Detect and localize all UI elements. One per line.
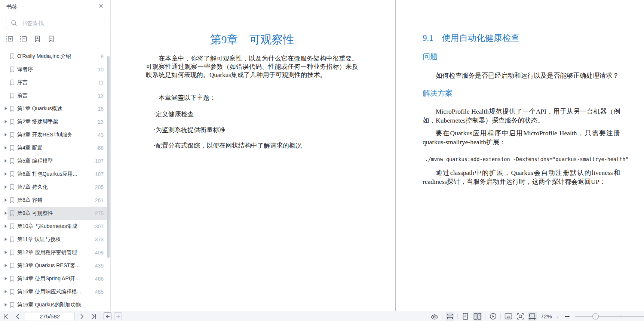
panel-title: 书签 — [6, 3, 18, 10]
solution-paragraph: 要在Quarkus应用程序中启用MicroProfile Health，只需要注… — [423, 129, 620, 146]
last-page-button[interactable] — [89, 312, 98, 321]
collapse-all-icon[interactable] — [19, 34, 28, 43]
bookmark-icon — [10, 80, 17, 86]
actual-size-button[interactable]: 1:1 — [504, 312, 513, 321]
bookmark-label: O'Reilly Media,Inc.介绍 — [17, 53, 86, 60]
bookmark-search-box[interactable] — [6, 17, 104, 29]
first-page-button[interactable] — [1, 312, 10, 321]
topic-item: ·配置分布式跟踪，以便在网状结构中了解请求的概况 — [146, 141, 358, 150]
page-number-input[interactable] — [25, 312, 75, 321]
history-forward-button[interactable] — [114, 312, 122, 320]
chevron-right-icon[interactable] — [4, 146, 10, 149]
add-bookmark-icon[interactable] — [33, 34, 42, 43]
bookmark-icon — [10, 67, 17, 72]
continuous-scroll-button[interactable] — [446, 312, 454, 321]
bookmarks-panel-header: 书签 ✕ — [0, 0, 110, 14]
history-back-button[interactable] — [104, 312, 111, 320]
bookmark-icon — [10, 276, 17, 282]
chevron-right-icon[interactable] — [4, 225, 10, 228]
fit-page-button[interactable] — [516, 312, 525, 321]
chevron-right-icon[interactable] — [4, 303, 10, 306]
bookmark-item[interactable]: 第11章 认证与授权373 — [0, 233, 111, 246]
zoom-slider[interactable] — [575, 312, 644, 321]
toolbar-separator — [457, 314, 458, 320]
bookmark-item[interactable]: 第6章 打包Quarkus应用...187 — [0, 167, 111, 180]
bookmark-item[interactable]: 第5章 编程模型107 — [0, 154, 111, 167]
bookmark-icon — [10, 302, 17, 308]
bookmark-item[interactable]: 第1章 Quarkus概述18 — [0, 102, 111, 115]
zoom-level-value[interactable]: 72% — [541, 313, 552, 320]
page-left: 第9章 可观察性 在本章中，你将了解可观察性，以及为什么它在微服务架构中很重要。… — [111, 0, 395, 311]
svg-text:1:1: 1:1 — [506, 315, 511, 318]
bookmark-item[interactable]: 第2章 搭建脚手架23 — [0, 115, 111, 128]
previous-page-button[interactable] — [13, 312, 22, 321]
chevron-right-icon[interactable] — [4, 238, 10, 241]
chevron-right-icon[interactable] — [4, 120, 10, 123]
chevron-right-icon[interactable] — [4, 277, 10, 280]
bookmark-label: 前言 — [17, 92, 86, 99]
chapter-title: 第9章 可观察性 — [146, 32, 358, 47]
bookmark-item[interactable]: 第4章 配置68 — [0, 141, 111, 154]
sidebar-scrollbar[interactable] — [107, 56, 110, 258]
bookmark-icon — [10, 93, 17, 99]
zoom-slider-track[interactable] — [575, 316, 644, 317]
solution-paragraph: MicroProfile Health规范提供了一个API，用于从另一台机器（例… — [423, 107, 620, 125]
toolbar-separator — [485, 314, 485, 320]
chevron-right-icon[interactable] — [4, 107, 10, 110]
bookmark-label: 第3章 开发RESTful服务 — [17, 132, 86, 138]
reading-mode-eye-icon[interactable] — [430, 312, 439, 321]
bookmark-label: 第16章 Quarkus的附加功能 — [17, 302, 86, 308]
bookmark-item[interactable]: 第12章 应用程序密钥管理409 — [0, 246, 111, 259]
topic-item: ·为监测系统提供衡量标准 — [146, 126, 358, 134]
bookmark-label: 第13章 Quarkus REST客... — [17, 262, 86, 269]
bookmark-item[interactable]: O'Reilly Media,Inc.介绍8 — [0, 50, 111, 63]
bookmark-item[interactable]: 第9章 可观察性275 — [0, 207, 111, 220]
toolbar-separator — [442, 314, 442, 320]
chevron-right-icon[interactable] — [4, 290, 10, 293]
bookmark-item[interactable]: 第13章 Quarkus REST客...439 — [0, 259, 111, 272]
expand-all-icon[interactable] — [5, 34, 14, 43]
search-input[interactable] — [21, 19, 104, 27]
bookmark-item[interactable]: 第15章 使用响应式编程模...485 — [0, 285, 111, 298]
chevron-right-icon[interactable] — [4, 172, 10, 176]
zoom-dropdown-caret-icon[interactable]: ⌄ — [556, 314, 559, 319]
bookmark-label: 第1章 Quarkus概述 — [17, 105, 86, 112]
bookmark-item[interactable]: 译者序10 — [0, 63, 111, 76]
view-controls: 1:1 72% ⌄ — [430, 311, 644, 321]
bookmark-item[interactable]: 第16章 Quarkus的附加功能 — [0, 298, 111, 311]
bookmark-label: 第15章 使用响应式编程模... — [17, 288, 86, 295]
chevron-right-icon[interactable] — [4, 264, 10, 267]
bookmark-icon — [10, 106, 17, 112]
section-title: 9.1 使用自动化健康检查 — [423, 32, 625, 44]
bookmark-item[interactable]: 第3章 开发RESTful服务43 — [0, 128, 111, 141]
close-icon[interactable]: ✕ — [98, 3, 104, 10]
bookmark-item[interactable]: 第7章 持久化205 — [0, 180, 111, 194]
bookmark-item[interactable]: 第8章 容错261 — [0, 194, 111, 207]
facing-pages-view-button[interactable] — [473, 312, 482, 321]
bookmark-label: 第4章 配置 — [17, 145, 86, 151]
zoom-slider-tick — [620, 315, 620, 318]
bookmark-item[interactable]: 第14章 使用Spring API开...466 — [0, 272, 111, 285]
bookmark-label: 第7章 持久化 — [17, 184, 86, 191]
bookmark-icon — [10, 289, 17, 295]
bookmark-item[interactable]: 前言13 — [0, 89, 111, 102]
bookmark-item[interactable]: 第10章 与Kubernetes集成307 — [0, 220, 111, 233]
fit-width-button[interactable] — [528, 312, 537, 321]
chevron-right-icon[interactable] — [4, 212, 10, 215]
next-page-button[interactable] — [77, 312, 86, 321]
bookmark-item[interactable]: 序言11 — [0, 76, 111, 89]
bookmark-label: 第11章 认证与授权 — [17, 236, 86, 243]
zoom-out-button[interactable] — [563, 312, 571, 321]
single-page-view-button[interactable] — [461, 312, 470, 321]
presentation-mode-button[interactable] — [489, 312, 497, 321]
code-snippet: ./mvnw quarkus:add-extension -Dextension… — [425, 156, 627, 162]
chevron-right-icon[interactable] — [4, 198, 10, 202]
chevron-right-icon[interactable] — [4, 251, 10, 254]
chevron-right-icon[interactable] — [4, 185, 10, 189]
chevron-right-icon[interactable] — [4, 159, 10, 163]
chevron-right-icon[interactable] — [4, 133, 10, 136]
problem-heading: 问题 — [423, 52, 438, 62]
zoom-slider-knob[interactable] — [592, 313, 599, 320]
pdf-reader-window: 书签 ✕ — [0, 0, 644, 321]
remove-bookmark-icon[interactable] — [47, 34, 56, 43]
